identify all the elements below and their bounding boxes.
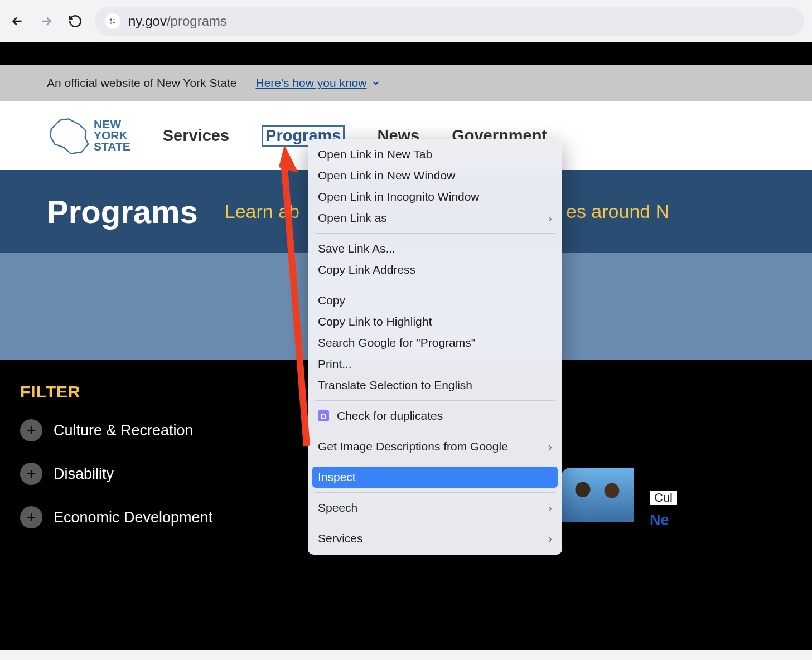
menu-label: Open Link as <box>318 211 387 225</box>
menu-label: Search Google for "Programs" <box>318 336 475 350</box>
context-menu: Open Link in New Tab Open Link in New Wi… <box>308 139 562 555</box>
hero-tagline-left: Learn ab <box>225 201 299 222</box>
menu-save-link-as[interactable]: Save Link As... <box>308 238 562 259</box>
menu-translate[interactable]: Translate Selection to English <box>308 375 562 396</box>
site-info-icon[interactable] <box>105 13 120 29</box>
how-you-know-label: Here's how you know <box>255 76 366 90</box>
hero-tagline-right: es around N <box>566 201 669 222</box>
menu-separator <box>315 233 555 234</box>
menu-label: Copy Link to Highlight <box>318 315 432 328</box>
duplicate-d-icon: D <box>318 410 329 421</box>
logo-text: NEW YORK STATE <box>94 119 130 152</box>
menu-inspect[interactable]: Inspect <box>312 467 558 488</box>
menu-search-google[interactable]: Search Google for "Programs" <box>308 332 562 353</box>
menu-label: Copy <box>318 294 345 307</box>
card-category: Cul <box>650 491 677 505</box>
card-photo <box>561 468 634 522</box>
menu-label: Get Image Descriptions from Google <box>318 440 508 453</box>
url-path: /programs <box>167 13 227 28</box>
logo-text-l2: YORK <box>94 130 130 141</box>
menu-print[interactable]: Print... <box>308 353 562 375</box>
official-text: An official website of New York State <box>47 76 236 90</box>
plus-icon: + <box>20 463 42 485</box>
menu-separator <box>315 492 555 493</box>
chevron-right-icon: › <box>548 440 552 453</box>
menu-label: Translate Selection to English <box>318 378 472 392</box>
logo-text-l3: STATE <box>94 141 130 152</box>
menu-label: Speech <box>318 501 357 515</box>
menu-label: Open Link in New Window <box>318 169 455 182</box>
menu-label: Open Link in Incognito Window <box>318 190 480 203</box>
filter-label: Disability <box>54 465 114 483</box>
menu-label: Services <box>318 532 363 545</box>
nav-services[interactable]: Services <box>163 127 229 145</box>
nys-state-outline-icon <box>47 110 90 161</box>
menu-copy[interactable]: Copy <box>308 290 562 311</box>
menu-open-incognito[interactable]: Open Link in Incognito Window <box>308 186 562 207</box>
chevron-down-icon <box>371 78 381 88</box>
menu-label: Save Link As... <box>318 242 395 255</box>
menu-label: Print... <box>318 357 352 371</box>
forward-button[interactable] <box>37 12 56 31</box>
official-banner: An official website of New York State He… <box>0 65 812 101</box>
menu-speech[interactable]: Speech› <box>308 497 562 518</box>
back-button[interactable] <box>8 12 27 31</box>
url-text: ny.gov/programs <box>128 13 227 29</box>
logo-text-l1: NEW <box>94 119 130 130</box>
menu-open-new-tab[interactable]: Open Link in New Tab <box>308 144 562 165</box>
plus-icon: + <box>20 506 42 528</box>
chevron-right-icon: › <box>548 501 552 515</box>
arrow-left-icon <box>10 14 25 28</box>
chevron-right-icon: › <box>548 532 552 545</box>
plus-icon: + <box>20 419 42 441</box>
menu-label: Open Link in New Tab <box>318 148 432 161</box>
menu-image-descriptions[interactable]: Get Image Descriptions from Google› <box>308 436 562 457</box>
reload-button[interactable] <box>66 12 85 31</box>
menu-separator <box>315 431 555 431</box>
menu-copy-highlight[interactable]: Copy Link to Highlight <box>308 311 562 332</box>
browser-toolbar: ny.gov/programs <box>0 0 812 42</box>
svg-point-0 <box>110 19 112 21</box>
menu-separator <box>315 462 555 462</box>
chevron-right-icon: › <box>548 211 552 225</box>
arrow-right-icon <box>39 14 54 28</box>
menu-separator <box>315 523 555 523</box>
filter-label: Culture & Recreation <box>54 422 194 439</box>
menu-label: Check for duplicates <box>337 409 443 423</box>
filter-label: Economic Development <box>54 509 212 526</box>
menu-label: Inspect <box>318 470 356 484</box>
menu-open-new-window[interactable]: Open Link in New Window <box>308 165 562 186</box>
address-bar[interactable]: ny.gov/programs <box>95 7 804 36</box>
card-headline[interactable]: Ne <box>650 512 669 529</box>
nys-logo[interactable]: NEW YORK STATE <box>47 110 130 161</box>
menu-check-duplicates[interactable]: DCheck for duplicates <box>308 405 562 426</box>
menu-separator <box>315 285 555 285</box>
page-title: Programs <box>47 193 198 230</box>
menu-services[interactable]: Services› <box>308 528 562 549</box>
menu-copy-address[interactable]: Copy Link Address <box>308 259 562 280</box>
menu-open-link-as[interactable]: Open Link as› <box>308 207 562 229</box>
menu-label: Copy Link Address <box>318 263 415 276</box>
menu-separator <box>315 400 555 401</box>
svg-point-1 <box>110 22 112 23</box>
url-domain: ny.gov <box>128 13 167 28</box>
how-you-know-link[interactable]: Here's how you know <box>255 76 381 90</box>
top-black-strip <box>0 42 812 65</box>
reload-icon <box>68 14 83 28</box>
